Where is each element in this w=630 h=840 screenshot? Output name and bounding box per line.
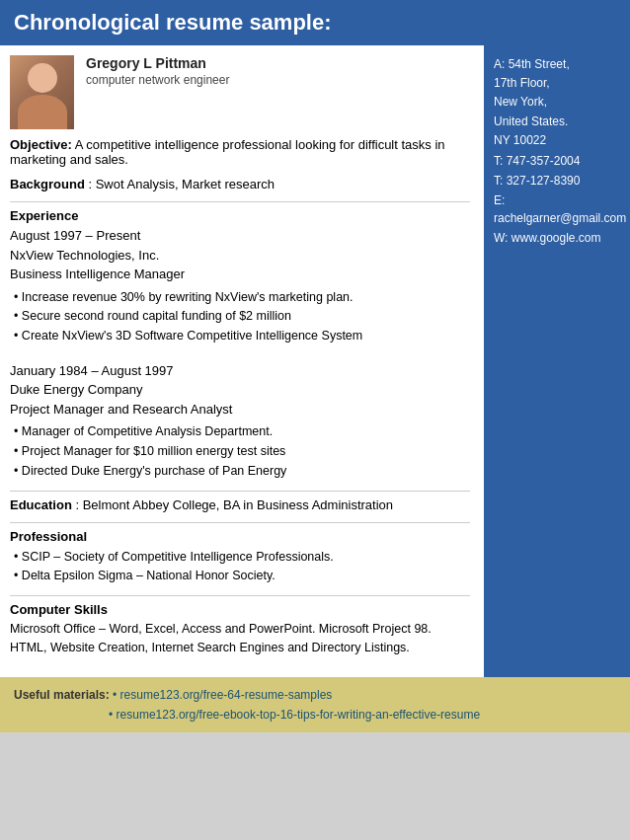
list-item: Increase revenue 30% by rewriting NxView… — [12, 288, 470, 307]
footer-label: Useful materials: — [14, 688, 110, 702]
job-1-period: August 1997 – Present — [10, 226, 470, 246]
email-label: E: — [494, 193, 505, 207]
address-line1: A: 54th Street, — [494, 55, 620, 74]
email-value: rachelgarner@gmail.com — [494, 211, 626, 225]
avatar — [10, 55, 74, 129]
phone1-item: T: 747-357-2004 — [494, 152, 620, 170]
divider-3 — [10, 522, 470, 523]
divider-1 — [10, 201, 470, 202]
objective-text: A competitive intelligence professional … — [10, 137, 445, 167]
address-line2: 17th Floor, — [494, 74, 620, 93]
header-title: Chronological resume sample: — [14, 10, 332, 35]
main-content: Gregory L Pittman computer network engin… — [0, 45, 484, 677]
website-label: W: — [494, 231, 508, 245]
person-name: Gregory L Pittman — [86, 55, 470, 71]
computer-skills-text: Microsoft Office – Word, Excel, Access a… — [10, 620, 470, 657]
email-item: E: rachelgarner@gmail.com — [494, 191, 620, 227]
professional-heading: Professional — [10, 529, 470, 544]
phone1-label: T: — [494, 154, 503, 168]
professional-bullets: SCIP – Society of Competitive Intelligen… — [12, 548, 470, 586]
list-item: Project Manager for $10 million energy t… — [12, 442, 470, 461]
address-line5: NY 10022 — [494, 131, 620, 150]
footer-link-2: • resume123.org/free-ebook-top-16-tips-f… — [14, 708, 480, 722]
job-2-company: Duke Energy Company — [10, 380, 470, 400]
name-info: Gregory L Pittman computer network engin… — [86, 55, 470, 87]
job-1-bullets: Increase revenue 30% by rewriting NxView… — [12, 288, 470, 345]
objective-section: Objective: A competitive intelligence pr… — [10, 137, 470, 167]
background-label: Background — [10, 177, 85, 191]
divider-4 — [10, 595, 470, 596]
avatar-image — [10, 55, 74, 129]
sidebar: A: 54th Street, 17th Floor, New York, Un… — [484, 45, 630, 677]
computer-skills-section: Computer Skills Microsoft Office – Word,… — [10, 602, 470, 657]
resume-page: Chronological resume sample: Gregory L P… — [0, 0, 630, 732]
background-text: : Swot Analysis, Market research — [88, 177, 275, 191]
phone2-label: T: — [494, 174, 503, 188]
address-line3: New York, — [494, 93, 620, 112]
education-section: Education : Belmont Abbey College, BA in… — [10, 497, 470, 512]
phone2-item: T: 327-127-8390 — [494, 172, 620, 190]
footer-bar: Useful materials: • resume123.org/free-6… — [0, 677, 630, 733]
list-item: SCIP – Society of Competitive Intelligen… — [12, 548, 470, 567]
list-item: Directed Duke Energy's purchase of Pan E… — [12, 462, 470, 481]
experience-section: Experience August 1997 – Present NxView … — [10, 208, 470, 481]
education-text: : Belmont Abbey College, BA in Business … — [75, 497, 393, 512]
computer-skills-heading: Computer Skills — [10, 602, 470, 617]
education-label: Education — [10, 497, 72, 512]
name-section: Gregory L Pittman computer network engin… — [10, 55, 470, 129]
background-section: Background : Swot Analysis, Market resea… — [10, 177, 470, 191]
website-value: www.google.com — [512, 231, 601, 245]
job-2-period: January 1984 – August 1997 — [10, 361, 470, 381]
list-item: Secure second round capital funding of $… — [12, 307, 470, 326]
job-2-role: Project Manager and Research Analyst — [10, 400, 470, 420]
divider-2 — [10, 491, 470, 492]
phone2-value: 327-127-8390 — [507, 174, 581, 188]
professional-section: Professional SCIP – Society of Competiti… — [10, 529, 470, 586]
job-1-role: Business Intelligence Manager — [10, 265, 470, 284]
phone1-value: 747-357-2004 — [507, 154, 581, 168]
website-item: W: www.google.com — [494, 229, 620, 247]
address-block: A: 54th Street, 17th Floor, New York, Un… — [494, 55, 620, 150]
list-item: Create NxView's 3D Software Competitive … — [12, 327, 470, 345]
footer-link-1: • resume123.org/free-64-resume-samples — [113, 688, 332, 702]
person-title: computer network engineer — [86, 73, 470, 87]
job-2-bullets: Manager of Competitive Analysis Departme… — [12, 422, 470, 480]
content-wrapper: Gregory L Pittman computer network engin… — [0, 45, 630, 677]
page-header: Chronological resume sample: — [0, 0, 630, 45]
list-item: Manager of Competitive Analysis Departme… — [12, 422, 470, 441]
address-line4: United States. — [494, 113, 620, 131]
experience-heading: Experience — [10, 208, 470, 223]
job-1-company: NxView Technologies, Inc. — [10, 246, 470, 266]
list-item: Delta Epsilon Sigma – National Honor Soc… — [12, 567, 470, 585]
objective-label: Objective: — [10, 137, 72, 152]
